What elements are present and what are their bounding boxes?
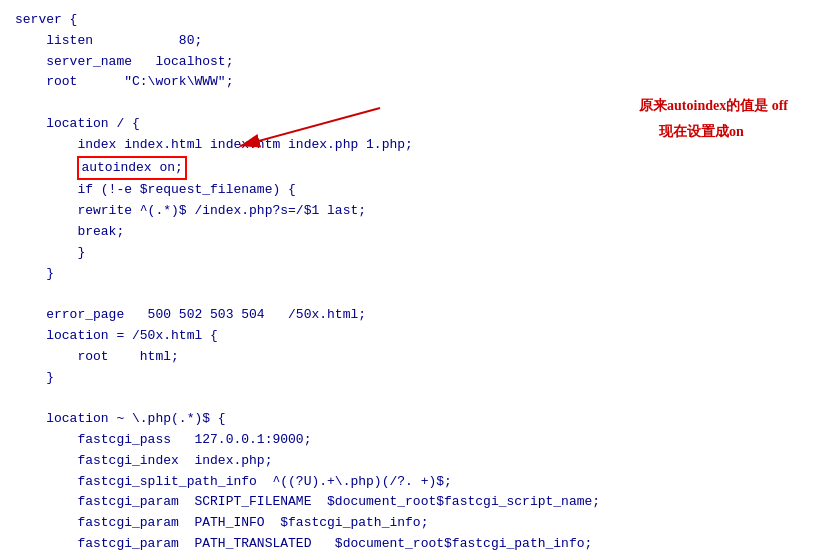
code-line-6: location / { <box>15 114 823 135</box>
code-line-8: autoindex on; <box>15 156 823 181</box>
code-line-24: fastcgi_param SCRIPT_FILENAME $document_… <box>15 492 823 513</box>
code-line-26: fastcgi_param PATH_TRANSLATED $document_… <box>15 534 823 551</box>
code-line-22: fastcgi_index index.php; <box>15 451 823 472</box>
code-line-21: fastcgi_pass 127.0.0.1:9000; <box>15 430 823 451</box>
code-line-13: } <box>15 264 823 285</box>
code-line-9: if (!-e $request_filename) { <box>15 180 823 201</box>
code-line-11: break; <box>15 222 823 243</box>
code-line-18: } <box>15 368 823 389</box>
code-line-12: } <box>15 243 823 264</box>
code-line-16: location = /50x.html { <box>15 326 823 347</box>
code-line-7: index index.html index.htm index.php 1.p… <box>15 135 823 156</box>
code-line-25: fastcgi_param PATH_INFO $fastcgi_path_in… <box>15 513 823 534</box>
code-line-4: root "C:\work\WWW"; <box>15 72 823 93</box>
code-line-19 <box>15 388 823 409</box>
code-line-17: root html; <box>15 347 823 368</box>
code-line-3: server_name localhost; <box>15 52 823 73</box>
code-line-1: server { <box>15 10 823 31</box>
code-line-2: listen 80; <box>15 31 823 52</box>
code-line-14 <box>15 284 823 305</box>
code-line-20: location ~ \.php(.*)$ { <box>15 409 823 430</box>
highlight-autoindex: autoindex on; <box>77 156 186 181</box>
code-line-5 <box>15 93 823 114</box>
code-block: server { listen 80; server_name localhos… <box>0 0 838 551</box>
code-line-15: error_page 500 502 503 504 /50x.html; <box>15 305 823 326</box>
code-line-10: rewrite ^(.*)$ /index.php?s=/$1 last; <box>15 201 823 222</box>
code-line-23: fastcgi_split_path_info ^((?U).+\.php)(/… <box>15 472 823 493</box>
